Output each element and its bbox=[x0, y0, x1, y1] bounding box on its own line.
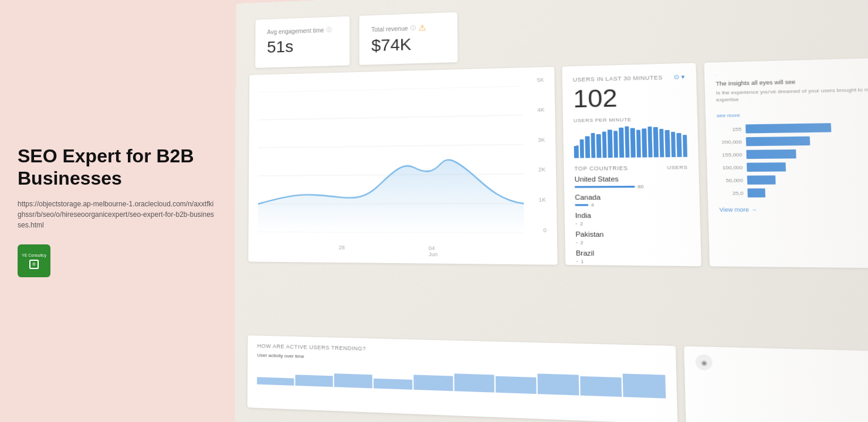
bar-12 bbox=[636, 130, 641, 158]
y-label-1k: 1K bbox=[539, 197, 546, 203]
country-name-us: United States bbox=[575, 175, 689, 183]
country-dash-br: - bbox=[576, 258, 578, 264]
bar-11 bbox=[630, 128, 636, 157]
country-row-ca: Canada 4 bbox=[575, 193, 689, 208]
bar-1 bbox=[574, 145, 579, 158]
h-bar-fill-1 bbox=[745, 123, 831, 134]
bottom-icon: ◉ bbox=[696, 354, 713, 370]
page-title: SEO Expert for B2B Businesses bbox=[18, 145, 217, 190]
revenue-value: $74K bbox=[371, 34, 445, 55]
warning-icon: ⚠ bbox=[418, 23, 426, 33]
country-count-in: 2 bbox=[580, 221, 583, 227]
logo-icon: B bbox=[29, 260, 39, 269]
h-bar-fill-6 bbox=[747, 189, 765, 198]
country-name-in: India bbox=[575, 212, 689, 219]
logo-text: YE Consultcy bbox=[22, 253, 46, 258]
h-bar-label-4: 100,000 bbox=[718, 165, 742, 171]
bar-8 bbox=[613, 131, 618, 158]
bar-2 bbox=[579, 139, 584, 158]
country-count-ca: 4 bbox=[591, 202, 594, 208]
top-countries-title: TOP COUNTRIES USERS bbox=[574, 165, 687, 172]
h-bar-row-3: 155,000 bbox=[718, 148, 868, 159]
h-bar-fill-4 bbox=[747, 163, 786, 172]
t-bar-4 bbox=[374, 379, 412, 390]
bottom-card-2: ◉ bbox=[684, 346, 868, 422]
chart-area bbox=[258, 86, 524, 233]
metrics-row: Avg engagement time ⓘ 51s Total revenue … bbox=[249, 0, 868, 68]
svg-line-1 bbox=[259, 115, 523, 120]
bar-6 bbox=[602, 132, 606, 158]
h-bar-label-6: 25,0 bbox=[719, 190, 744, 196]
country-name-br: Brazil bbox=[576, 249, 690, 258]
chart-x-labels: 28 04Jun bbox=[257, 244, 524, 258]
revenue-card: Total revenue ⓘ ⚠ $74K bbox=[360, 12, 458, 65]
line-chart-svg bbox=[258, 86, 524, 233]
engagement-label: Avg engagement time ⓘ bbox=[267, 26, 337, 36]
t-bar-1 bbox=[257, 377, 294, 386]
country-row-pk: Pakistan - 2 bbox=[575, 230, 690, 246]
logo-icon-letter: B bbox=[32, 261, 35, 267]
realtime-count: 102 bbox=[573, 83, 686, 113]
users-per-minute-chart bbox=[574, 125, 687, 158]
realtime-icon: ⊙ ▾ bbox=[673, 73, 685, 80]
left-panel: SEO Expert for B2B Businesses https://ob… bbox=[0, 0, 235, 422]
country-dash-pk: - bbox=[575, 239, 578, 246]
country-count-br: 1 bbox=[581, 258, 584, 264]
stats-description: Is the experience you've dreamed of your… bbox=[716, 85, 868, 104]
engagement-card: Avg engagement time ⓘ 51s bbox=[255, 16, 350, 68]
page-url: https://objectstorage.ap-melbourne-1.ora… bbox=[18, 199, 217, 230]
view-more-link[interactable]: View more → bbox=[719, 203, 868, 215]
h-bar-row-5: 50,000 bbox=[718, 175, 868, 185]
h-bar-fill-2 bbox=[746, 137, 811, 147]
users-col-label: USERS bbox=[667, 165, 687, 171]
middle-row: 5K 4K 3K 2K 1K 0 bbox=[248, 57, 868, 345]
h-bar-row-1: 155 bbox=[717, 122, 868, 134]
users-per-minute-label: USERS PER MINUTE bbox=[574, 116, 687, 124]
country-name-ca: Canada bbox=[575, 193, 689, 201]
logo-badge: YE Consultcy B bbox=[18, 244, 50, 277]
h-bar-fill-5 bbox=[747, 176, 776, 185]
country-dash-in: - bbox=[575, 220, 578, 227]
t-bar-8 bbox=[537, 373, 579, 395]
t-bar-3 bbox=[334, 373, 372, 388]
bar-5 bbox=[596, 134, 601, 158]
h-bar-label-2: 200,000 bbox=[717, 139, 742, 145]
svg-line-2 bbox=[258, 144, 523, 148]
bar-18 bbox=[670, 132, 676, 157]
h-bar-chart: 155 200,000 155,000 100,000 bbox=[717, 122, 868, 198]
stats-link[interactable]: see more bbox=[717, 113, 740, 118]
x-label-28: 28 bbox=[338, 244, 344, 257]
country-row-br: Brazil - 1 bbox=[576, 249, 690, 266]
y-label-0: 0 bbox=[539, 227, 546, 234]
bar-15 bbox=[653, 127, 659, 158]
engagement-value: 51s bbox=[267, 36, 338, 57]
x-label-04jun: 04Jun bbox=[429, 245, 438, 257]
realtime-card: USERS IN LAST 30 MINUTES ⊙ ▾ 102 USERS P… bbox=[562, 63, 701, 266]
chart-y-labels: 5K 4K 3K 2K 1K 0 bbox=[537, 77, 546, 233]
t-bar-10 bbox=[623, 374, 666, 399]
h-bar-fill-3 bbox=[746, 149, 796, 159]
line-chart-card: 5K 4K 3K 2K 1K 0 bbox=[248, 67, 557, 265]
stats-title: · bbox=[716, 67, 868, 78]
bar-10 bbox=[625, 126, 630, 157]
revenue-label: Total revenue ⓘ ⚠ bbox=[371, 22, 445, 35]
bar-19 bbox=[676, 133, 681, 157]
country-bar-us bbox=[575, 186, 635, 188]
bar-20 bbox=[682, 135, 687, 157]
country-name-pk: Pakistan bbox=[575, 230, 689, 239]
bar-14 bbox=[647, 127, 653, 158]
h-bar-row-6: 25,0 bbox=[718, 188, 868, 198]
bar-13 bbox=[642, 128, 647, 157]
country-row-us: United States 80 bbox=[575, 175, 689, 190]
y-label-4k: 4K bbox=[537, 107, 544, 113]
t-bar-5 bbox=[413, 375, 453, 391]
h-bar-label-5: 50,000 bbox=[718, 178, 743, 183]
bar-9 bbox=[619, 128, 624, 158]
bar-16 bbox=[659, 129, 664, 157]
bar-3 bbox=[585, 136, 589, 158]
stats-card: · The insights all eyes will see Is the … bbox=[704, 57, 868, 269]
y-label-2k: 2K bbox=[538, 166, 545, 173]
bar-17 bbox=[664, 130, 670, 157]
y-label-3k: 3K bbox=[538, 137, 545, 143]
h-bar-label-1: 155 bbox=[717, 127, 741, 132]
